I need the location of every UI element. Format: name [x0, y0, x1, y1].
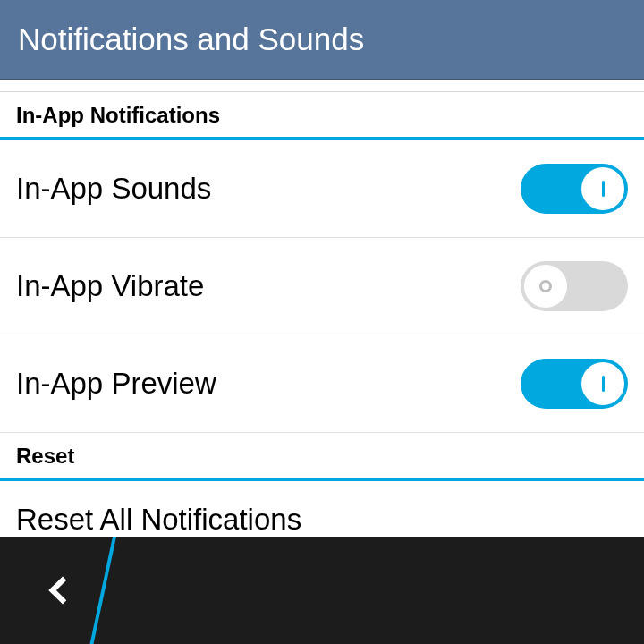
row-label: In-App Sounds: [16, 172, 211, 206]
toggle-inapp-preview[interactable]: [521, 359, 628, 409]
bottom-bar: [0, 537, 644, 644]
row-inapp-vibrate[interactable]: In-App Vibrate: [0, 238, 644, 335]
toggle-off-icon: [539, 280, 552, 292]
toggle-knob: [581, 167, 624, 210]
section-header-label: Reset: [16, 444, 74, 468]
toggle-on-icon: [602, 376, 605, 392]
spacer: [0, 80, 644, 92]
toggle-knob: [581, 362, 624, 405]
row-label: In-App Vibrate: [16, 269, 204, 303]
content-area: In-App Notifications In-App Sounds In-Ap…: [0, 80, 644, 565]
toggle-inapp-vibrate[interactable]: [521, 261, 628, 311]
toggle-inapp-sounds[interactable]: [521, 164, 628, 214]
row-label: Reset All Notifications: [16, 503, 301, 536]
page-title: Notifications and Sounds: [18, 21, 364, 56]
toggle-on-icon: [602, 181, 605, 197]
chevron-left-icon: [48, 576, 76, 604]
section-header-reset: Reset: [0, 433, 644, 481]
section-header-label: In-App Notifications: [16, 103, 220, 127]
row-inapp-sounds[interactable]: In-App Sounds: [0, 140, 644, 238]
row-label: In-App Preview: [16, 367, 216, 401]
section-header-inapp: In-App Notifications: [0, 92, 644, 140]
row-inapp-preview[interactable]: In-App Preview: [0, 335, 644, 433]
page-header: Notifications and Sounds: [0, 0, 644, 80]
toggle-knob: [524, 265, 567, 308]
back-button[interactable]: [0, 537, 116, 644]
separator: [89, 537, 116, 644]
